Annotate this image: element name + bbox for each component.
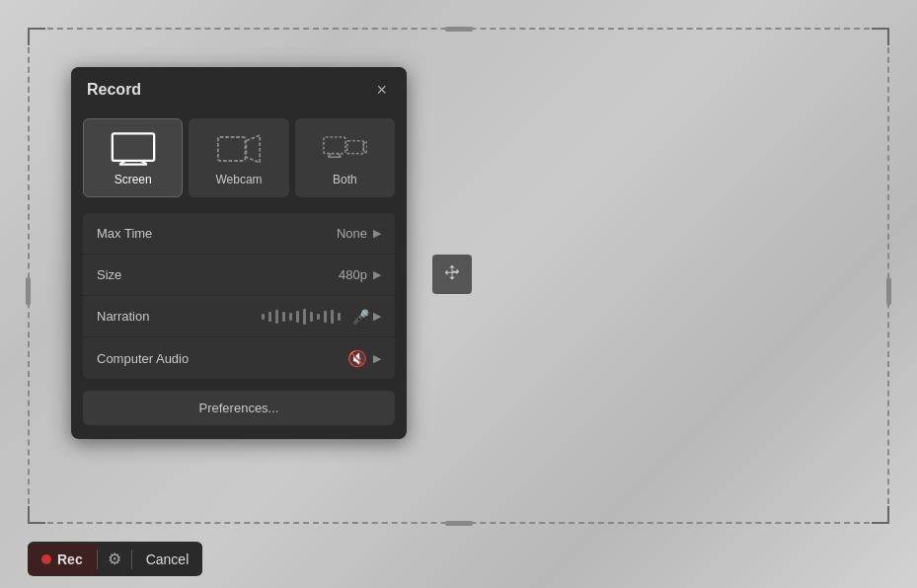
setting-row-audio[interactable]: Computer Audio 🔇 ▶ bbox=[83, 337, 395, 379]
bar-4 bbox=[282, 312, 285, 322]
move-handle[interactable] bbox=[432, 255, 472, 294]
corner-handle-tl[interactable] bbox=[28, 28, 45, 45]
source-label-webcam: Webcam bbox=[215, 173, 262, 186]
size-arrow: ▶ bbox=[373, 268, 381, 281]
bar-10 bbox=[324, 311, 327, 323]
bar-6 bbox=[296, 311, 299, 323]
maxtime-value: None bbox=[337, 226, 367, 241]
edge-handle-left[interactable] bbox=[26, 277, 31, 305]
svg-rect-4 bbox=[218, 137, 246, 161]
source-label-both: Both bbox=[333, 173, 357, 186]
source-option-both[interactable]: Both bbox=[295, 118, 395, 197]
screen-icon bbox=[111, 131, 156, 167]
settings-section: Max Time None ▶ Size 480p ▶ Narration bbox=[83, 213, 395, 379]
gear-button[interactable]: ⚙ bbox=[98, 542, 131, 576]
svg-rect-6 bbox=[324, 137, 345, 154]
source-option-screen[interactable]: Screen bbox=[83, 118, 183, 197]
bar-1 bbox=[262, 314, 265, 320]
edge-handle-right[interactable] bbox=[886, 277, 891, 305]
narration-bar: 🎤 bbox=[262, 308, 369, 326]
svg-marker-11 bbox=[364, 141, 368, 154]
narration-arrow: ▶ bbox=[373, 310, 381, 323]
mic-icon: 🎤 bbox=[352, 309, 369, 325]
maxtime-label: Max Time bbox=[97, 226, 337, 241]
bar-12 bbox=[338, 313, 341, 321]
corner-handle-bl[interactable] bbox=[28, 506, 45, 524]
record-dialog: Record × Screen Webcam bbox=[71, 67, 407, 439]
webcam-icon bbox=[216, 131, 262, 167]
bar-5 bbox=[289, 313, 292, 321]
maxtime-arrow: ▶ bbox=[373, 227, 381, 240]
edge-handle-top[interactable] bbox=[445, 27, 473, 32]
source-option-webcam[interactable]: Webcam bbox=[189, 118, 288, 197]
corner-handle-br[interactable] bbox=[872, 506, 889, 524]
setting-row-maxtime[interactable]: Max Time None ▶ bbox=[83, 213, 395, 255]
bar-9 bbox=[317, 314, 320, 320]
source-options: Screen Webcam Both bbox=[71, 110, 407, 213]
bottom-toolbar: Rec ⚙ Cancel bbox=[28, 542, 202, 576]
svg-marker-5 bbox=[246, 135, 260, 163]
dialog-title: Record bbox=[87, 81, 141, 99]
narration-label: Narration bbox=[97, 309, 262, 324]
both-icon bbox=[322, 131, 367, 167]
gear-icon: ⚙ bbox=[108, 551, 121, 567]
cancel-button[interactable]: Cancel bbox=[132, 544, 203, 575]
setting-row-narration[interactable]: Narration 🎤 ▶ bbox=[83, 296, 395, 337]
audio-mute-icon: 🔇 bbox=[347, 349, 367, 368]
setting-row-size[interactable]: Size 480p ▶ bbox=[83, 255, 395, 296]
size-label: Size bbox=[97, 267, 339, 282]
svg-rect-10 bbox=[347, 141, 364, 154]
rec-button[interactable]: Rec bbox=[28, 544, 97, 575]
bar-2 bbox=[268, 312, 271, 322]
svg-rect-0 bbox=[112, 133, 153, 161]
audio-arrow: ▶ bbox=[373, 352, 381, 365]
bar-7 bbox=[303, 309, 306, 325]
rec-label: Rec bbox=[57, 551, 83, 567]
corner-handle-tr[interactable] bbox=[872, 28, 889, 45]
move-icon bbox=[441, 263, 463, 285]
close-button[interactable]: × bbox=[372, 79, 391, 101]
size-value: 480p bbox=[339, 267, 367, 282]
bar-8 bbox=[310, 312, 313, 322]
preferences-button[interactable]: Preferences... bbox=[83, 391, 395, 425]
dialog-header: Record × bbox=[71, 67, 407, 110]
audio-label: Computer Audio bbox=[97, 351, 347, 366]
bar-3 bbox=[275, 310, 278, 324]
edge-handle-bottom[interactable] bbox=[445, 521, 473, 526]
rec-dot bbox=[41, 554, 51, 564]
source-label-screen: Screen bbox=[115, 173, 152, 186]
bar-11 bbox=[331, 310, 334, 324]
